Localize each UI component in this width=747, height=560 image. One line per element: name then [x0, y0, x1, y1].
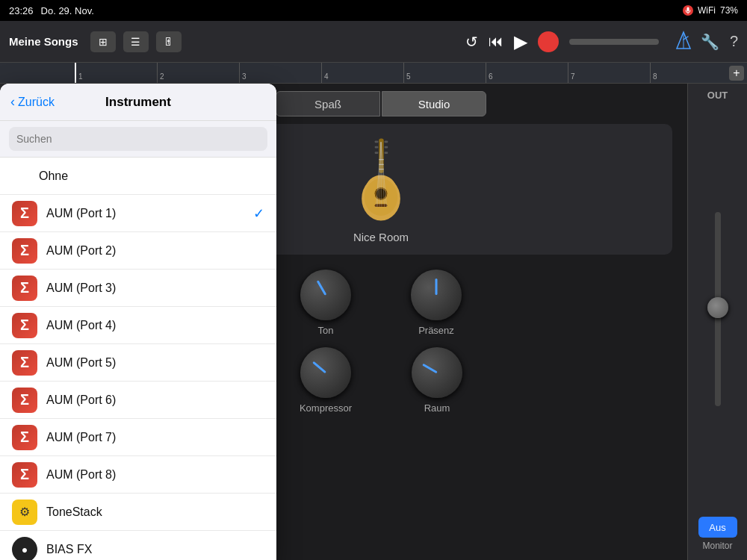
- playhead: [75, 63, 76, 83]
- play-button[interactable]: ▶: [514, 31, 527, 52]
- tab-spass[interactable]: Spaß: [276, 91, 380, 116]
- status-right: WiFi 73%: [683, 5, 738, 16]
- raum-knob-wrap: Raum: [412, 347, 462, 414]
- list-item-aum2[interactable]: Σ AUM (Port 2): [0, 232, 276, 270]
- prasenz-knob[interactable]: [411, 270, 462, 320]
- search-input[interactable]: [9, 127, 267, 151]
- list-item-aum7[interactable]: Σ AUM (Port 7): [0, 419, 276, 456]
- list-item-tonestack[interactable]: ⚙ ToneStack: [0, 494, 276, 531]
- songs-label: Meine Songs: [9, 35, 78, 48]
- aum2-label: AUM (Port 2): [46, 244, 116, 258]
- list-item-aum5[interactable]: Σ AUM (Port 5): [0, 344, 276, 382]
- panel-title: Instrument: [105, 95, 171, 110]
- ruler-mark-2: 2: [157, 63, 239, 83]
- ruler-mark-1: 1: [75, 63, 157, 83]
- aum8-label: AUM (Port 8): [46, 468, 116, 482]
- ruler-mark-4: 4: [321, 63, 403, 83]
- aum3-label: AUM (Port 3): [46, 281, 116, 295]
- monitor-label: Monitor: [702, 541, 732, 551]
- back-label: Zurück: [18, 96, 55, 109]
- tonestack-label: ToneStack: [46, 505, 102, 519]
- ruler-mark-6: 6: [486, 63, 568, 83]
- raum-knob[interactable]: [412, 347, 462, 398]
- ruler-mark-5: 5: [403, 63, 486, 83]
- prasenz-label: Präsenz: [418, 325, 454, 336]
- list-item-aum1[interactable]: Σ AUM (Port 1) ✓: [0, 195, 276, 232]
- svg-rect-9: [385, 146, 388, 149]
- biasfx-label: BIAS FX: [46, 543, 92, 556]
- back-button[interactable]: ‹ Zurück: [10, 94, 55, 110]
- ohne-label: Ohne: [39, 169, 68, 183]
- help-button[interactable]: ?: [730, 33, 738, 50]
- battery-display: 73%: [720, 5, 738, 16]
- kompressor-knob[interactable]: [300, 347, 351, 398]
- monitor-area: Aus Monitor: [698, 517, 737, 560]
- transport-area: ↺ ⏮ ▶: [465, 31, 659, 52]
- biasfx-icon: ●: [12, 537, 37, 561]
- progress-bar: [569, 39, 659, 45]
- status-time: 23:26: [9, 5, 34, 16]
- instrument-panel[interactable]: ‹ Zurück Instrument Ohne Σ AUM (Port 1) …: [0, 84, 276, 560]
- kompressor-label: Kompressor: [300, 402, 352, 414]
- aum8-icon: Σ: [12, 462, 37, 488]
- svg-rect-10: [375, 152, 379, 154]
- tonestack-icon: ⚙: [12, 500, 37, 525]
- instrument-list: Ohne Σ AUM (Port 1) ✓ Σ AUM (Port 2) Σ A…: [0, 158, 276, 560]
- wrench-button[interactable]: 🔧: [701, 33, 719, 51]
- list-item-aum6[interactable]: Σ AUM (Port 6): [0, 382, 276, 419]
- ton-label: Ton: [318, 325, 334, 336]
- aum4-label: AUM (Port 4): [46, 319, 116, 332]
- mic-icon: [683, 5, 693, 16]
- aum1-icon: Σ: [12, 201, 37, 226]
- raum-label: Raum: [424, 402, 450, 414]
- output-slider-track: [715, 212, 721, 406]
- panel-header: ‹ Zurück Instrument: [0, 84, 276, 121]
- aum1-label: AUM (Port 1): [46, 207, 116, 220]
- aum7-label: AUM (Port 7): [46, 431, 116, 444]
- list-item-aum3[interactable]: Σ AUM (Port 3): [0, 270, 276, 307]
- aus-button[interactable]: Aus: [698, 517, 737, 538]
- search-bar: [0, 121, 276, 158]
- output-slider-thumb[interactable]: [707, 297, 728, 318]
- add-track-button[interactable]: +: [729, 66, 744, 81]
- list-item-biasfx[interactable]: ● BIAS FX: [0, 531, 276, 560]
- mixer-button[interactable]: 🎚: [156, 31, 182, 52]
- status-left: 23:26 Do. 29. Nov.: [9, 5, 94, 16]
- status-date: Do. 29. Nov.: [41, 5, 94, 16]
- svg-rect-20: [375, 204, 388, 207]
- guitar-preset-label: Nice Room: [353, 231, 409, 243]
- svg-rect-8: [375, 146, 379, 149]
- prasenz-knob-wrap: Präsenz: [411, 270, 462, 336]
- metronome-icon[interactable]: [674, 31, 693, 53]
- undo-button[interactable]: ↺: [465, 33, 478, 51]
- list-item-aum8[interactable]: Σ AUM (Port 8): [0, 456, 276, 494]
- loop-view-button[interactable]: ⊞: [90, 31, 116, 52]
- top-toolbar: Meine Songs ⊞ ☰ 🎚 ↺ ⏮ ▶ 🔧 ?: [0, 21, 747, 63]
- ton-knob[interactable]: [300, 270, 351, 320]
- wifi-icon: WiFi: [698, 5, 716, 16]
- right-panel: OUT Aus Monitor: [687, 84, 747, 560]
- aum5-label: AUM (Port 5): [46, 356, 116, 370]
- ruler-mark-3: 3: [239, 63, 321, 83]
- aum4-icon: Σ: [12, 313, 37, 338]
- output-slider-wrap[interactable]: [715, 101, 721, 517]
- record-button[interactable]: [538, 31, 559, 52]
- guitar-image: [347, 135, 415, 225]
- list-view-button[interactable]: ☰: [123, 31, 149, 52]
- tab-studio[interactable]: Studio: [382, 91, 486, 116]
- kompressor-knob-wrap: Kompressor: [300, 347, 352, 414]
- ruler-mark-7: 7: [568, 63, 650, 83]
- aum3-icon: Σ: [12, 276, 37, 301]
- ruler-inner: 1 2 3 4 5 6 7 8: [0, 63, 732, 83]
- aum7-icon: Σ: [12, 425, 37, 450]
- right-tools: 🔧 ?: [701, 33, 738, 51]
- aum6-icon: Σ: [12, 388, 37, 413]
- aum2-icon: Σ: [12, 238, 37, 264]
- aum1-checkmark: ✓: [253, 205, 264, 222]
- skip-back-button[interactable]: ⏮: [489, 33, 503, 50]
- ruler-mark-8: 8: [650, 63, 732, 83]
- timeline-ruler: 1 2 3 4 5 6 7 8 +: [0, 63, 747, 84]
- main-area: IN ✏️ Σ Spaß Studio: [0, 84, 747, 560]
- list-item-aum4[interactable]: Σ AUM (Port 4): [0, 307, 276, 344]
- list-item-ohne[interactable]: Ohne: [0, 158, 276, 195]
